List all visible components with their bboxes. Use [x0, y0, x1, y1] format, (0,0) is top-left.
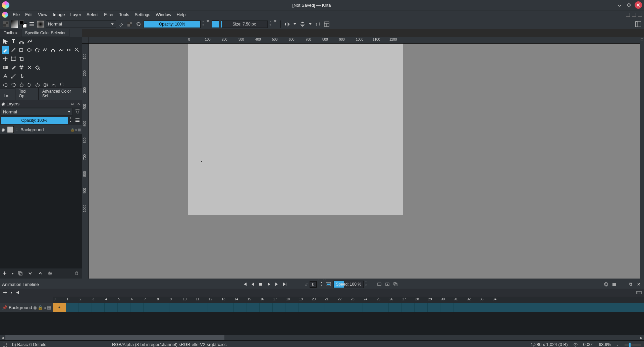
- last-frame-button[interactable]: [282, 281, 288, 287]
- brush-size-slider[interactable]: Size: 7.50 px: [221, 20, 268, 28]
- pattern-tool[interactable]: [18, 64, 25, 71]
- frame-cell[interactable]: [53, 303, 66, 312]
- menu-filter[interactable]: Filter: [101, 12, 116, 17]
- close-panel-icon[interactable]: ✕: [76, 101, 81, 106]
- alpha-lock-button[interactable]: [126, 20, 133, 28]
- menu-image[interactable]: Image: [50, 12, 67, 17]
- multibrush-tool[interactable]: [73, 46, 80, 54]
- mdi-close-icon[interactable]: [638, 13, 642, 17]
- prev-frame-button[interactable]: [250, 281, 256, 287]
- stop-button[interactable]: [258, 281, 264, 287]
- polygon-tool[interactable]: [34, 46, 41, 54]
- layer-properties-button[interactable]: [47, 270, 54, 277]
- float-timeline-icon[interactable]: ⧉: [628, 281, 634, 287]
- canvas-viewport[interactable]: [89, 44, 640, 279]
- specific-color-selector-tab[interactable]: Specific Color Selector: [21, 29, 69, 37]
- measure-tool[interactable]: [10, 72, 17, 80]
- layer-menu-icon[interactable]: [74, 117, 82, 124]
- frame-cell[interactable]: [440, 303, 453, 312]
- move-tool[interactable]: [2, 55, 9, 62]
- mirror-horizontal-button[interactable]: [283, 20, 291, 28]
- track-onion-icon[interactable]: ▦: [47, 305, 51, 310]
- frame-cell[interactable]: [415, 303, 428, 312]
- auto-frame-button[interactable]: [376, 281, 382, 287]
- mirror-h-more-icon[interactable]: [293, 23, 296, 25]
- frame-cell[interactable]: [156, 303, 169, 312]
- float-panel-icon[interactable]: ⧉: [70, 101, 75, 106]
- frame-cell[interactable]: [324, 303, 337, 312]
- layer-row[interactable]: ◉ ⬚ Background 🔒 α ▦: [0, 125, 82, 134]
- menu-edit[interactable]: Edit: [22, 12, 35, 17]
- frame-ruler[interactable]: 0123456789101112131415161718192021222324…: [53, 297, 644, 303]
- layer-name[interactable]: Background: [20, 127, 44, 132]
- move-layer-down-button[interactable]: [27, 270, 34, 277]
- track-lock-icon[interactable]: 🔒: [38, 305, 43, 310]
- menu-tools[interactable]: Tools: [116, 12, 132, 17]
- frame-spin[interactable]: ▲▼: [319, 281, 323, 287]
- smart-patch-tool[interactable]: [26, 64, 33, 71]
- line-tool[interactable]: [10, 46, 17, 54]
- timeline-menu-button[interactable]: [611, 281, 617, 287]
- frame-cell[interactable]: [428, 303, 441, 312]
- ellipse-tool[interactable]: [25, 46, 33, 54]
- opacity-more-icon[interactable]: [207, 20, 209, 22]
- timeline-empty-area[interactable]: [0, 312, 644, 335]
- eraser-mode-button[interactable]: [117, 20, 125, 28]
- frame-cell[interactable]: [273, 303, 286, 312]
- frame-cell[interactable]: [234, 303, 247, 312]
- crop-tool[interactable]: [18, 55, 25, 62]
- advanced-color-tab[interactable]: Advanced Color Sel...: [39, 87, 82, 100]
- color-picker-tool[interactable]: [10, 64, 17, 71]
- frame-cell[interactable]: [350, 303, 363, 312]
- timeline-scrollbar[interactable]: ◀ ▶: [0, 335, 644, 340]
- move-layer-up-button[interactable]: [37, 270, 44, 277]
- frame-cell[interactable]: [79, 303, 92, 312]
- pin-icon[interactable]: 📌: [2, 305, 7, 310]
- frame-cell[interactable]: [105, 303, 118, 312]
- track-alpha-icon[interactable]: α: [44, 305, 46, 310]
- menu-file[interactable]: File: [10, 12, 22, 17]
- frame-cell[interactable]: [363, 303, 376, 312]
- frame-cell[interactable]: [285, 303, 299, 312]
- rotation-reset-icon[interactable]: [573, 342, 578, 347]
- frame-cell[interactable]: [311, 303, 324, 312]
- menu-view[interactable]: View: [35, 12, 50, 17]
- frame-cell[interactable]: [130, 303, 144, 312]
- pattern-swatch-icon[interactable]: [2, 20, 9, 28]
- delete-layer-button[interactable]: [73, 270, 81, 277]
- layer-opacity-spin[interactable]: ▲▼: [68, 117, 73, 124]
- fill-tool[interactable]: [34, 64, 41, 71]
- right-dock-handle[interactable]: [640, 37, 644, 279]
- canvas-document[interactable]: [188, 44, 403, 215]
- layer-list[interactable]: ◉ ⬚ Background 🔒 α ▦: [0, 125, 82, 268]
- close-button[interactable]: [635, 1, 642, 9]
- layers-tab-short[interactable]: La...: [0, 92, 15, 100]
- brush-size-spin[interactable]: ▲▼: [268, 20, 272, 28]
- layer-lock-icon[interactable]: 🔒: [70, 128, 74, 132]
- frame-cell[interactable]: [66, 303, 79, 312]
- menu-select[interactable]: Select: [84, 12, 101, 17]
- next-frame-button[interactable]: [274, 281, 280, 287]
- gradient-swatch-icon[interactable]: [11, 20, 18, 28]
- frame-cell[interactable]: [389, 303, 402, 312]
- scroll-thumb[interactable]: [5, 335, 224, 340]
- frame-cell[interactable]: [466, 303, 479, 312]
- speed-spin[interactable]: ▲▼: [364, 281, 368, 288]
- menu-window[interactable]: Window: [153, 12, 174, 17]
- mirror-v-more-icon[interactable]: [309, 23, 312, 25]
- frame-cell[interactable]: [182, 303, 195, 312]
- menu-layer[interactable]: Layer: [67, 12, 84, 17]
- selection-mode-icon[interactable]: [3, 343, 7, 347]
- duplicate-frame-button[interactable]: [392, 281, 398, 287]
- choose-workspace-button[interactable]: [635, 20, 642, 28]
- layer-filter-icon[interactable]: [74, 108, 82, 115]
- close-timeline-icon[interactable]: ✕: [636, 281, 642, 287]
- rectangle-tool[interactable]: [17, 46, 25, 54]
- frame-cell[interactable]: [299, 303, 312, 312]
- mdi-minimize-icon[interactable]: [626, 13, 630, 17]
- polyline-tool[interactable]: [42, 46, 49, 54]
- frame-cell[interactable]: [260, 303, 273, 312]
- mdi-restore-icon[interactable]: [632, 13, 636, 17]
- track-visible-icon[interactable]: ◉: [33, 305, 37, 310]
- speed-slider[interactable]: Speed: 100 %: [333, 281, 363, 288]
